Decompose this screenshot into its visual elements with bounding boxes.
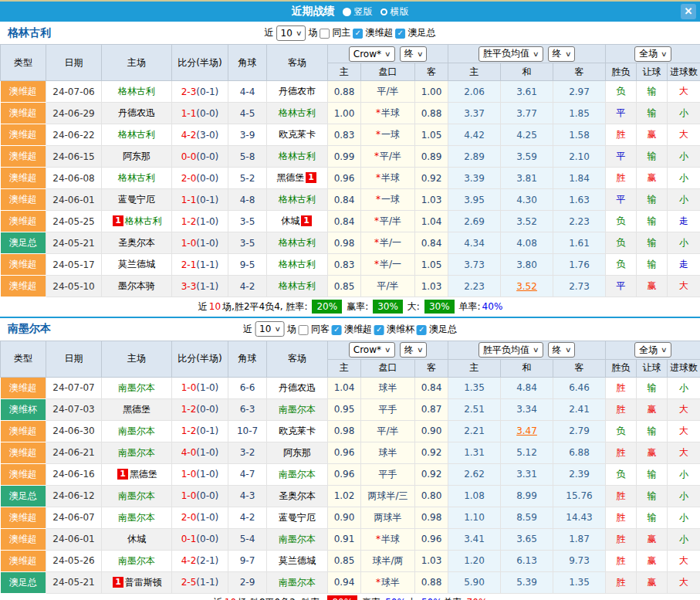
avg-away-odds: 1.63 <box>553 189 606 211</box>
match-row: 澳维超24-06-21南墨尔本4-0(1-0)3-2阿东那0.96球半0.921… <box>1 442 700 463</box>
col-handicap-home: 主 <box>328 63 361 81</box>
team-name-text: 格林古利 <box>279 259 316 269</box>
avg-home-odds: 1.08 <box>448 485 501 507</box>
home-odds: 0.95 <box>328 398 361 420</box>
match-row: 澳维超24-05-17莫兰德城2-1(1-1)9-5格林古利0.83*半/一1.… <box>1 254 700 276</box>
league-checkbox-vpl[interactable] <box>353 29 363 39</box>
avg-draw-odds: 3.31 <box>501 463 553 485</box>
avg-home-odds: 2.06 <box>448 81 501 103</box>
same-away-checkbox[interactable] <box>299 325 309 335</box>
avg-draw-highlight[interactable]: 3.47 <box>516 425 537 436</box>
match-count-select[interactable]: 10 ∨ <box>255 321 285 337</box>
handicap-line: *平/半 <box>361 146 415 168</box>
summary-text: 单率: <box>459 301 481 312</box>
result-handicap: 赢 <box>637 168 668 189</box>
away-odds: 0.88 <box>415 103 448 124</box>
halftime-score: (0-0) <box>196 173 218 184</box>
games-label: 场 <box>287 323 296 336</box>
scope-select[interactable]: 全场∨ <box>634 342 671 358</box>
star-marker: * <box>374 237 379 248</box>
avg-draw-odds: 4.25 <box>501 124 553 146</box>
close-button[interactable]: ✕ <box>681 4 696 19</box>
team-name-text: 南墨尔本 <box>279 404 316 415</box>
halftime-score: (3-0) <box>196 130 218 141</box>
result-handicap: 输 <box>637 507 668 528</box>
result-wdl: 负 <box>606 463 637 485</box>
home-team: 阿东那 <box>102 146 172 168</box>
match-date: 24-07-03 <box>46 398 102 420</box>
avg-draw-highlight[interactable]: 3.52 <box>516 281 537 292</box>
match-count-value: 10 <box>281 28 293 39</box>
team-name-text: 格林古利 <box>279 107 316 118</box>
league-badge: 澳足总 <box>1 485 46 507</box>
avg-away-odds: 2.39 <box>553 463 606 485</box>
match-date: 24-05-10 <box>46 276 102 297</box>
col-result-wdl: 胜负 <box>606 63 637 81</box>
handicap-line: 平/半 <box>361 81 415 103</box>
away-team: 格林古利 <box>267 232 328 254</box>
fulltime-score: 4-2 <box>181 555 197 566</box>
league-label-vic-cup: 澳维杯 <box>387 323 414 336</box>
handicap-text: 平手 <box>379 469 397 480</box>
handicap-line: 平手 <box>361 463 415 485</box>
league-checkbox-vpl[interactable] <box>332 325 342 335</box>
avg-draw-odds: 4.84 <box>501 377 553 398</box>
result-wdl: 平 <box>606 103 637 124</box>
result-handicap: 输 <box>637 254 668 276</box>
avg-away-odds: 14.43 <box>553 507 606 528</box>
final-select-2[interactable]: 终∨ <box>548 342 576 358</box>
result-handicap: 输 <box>637 463 668 485</box>
team-name-text: 南墨尔本 <box>118 490 155 501</box>
final-select-2[interactable]: 终∨ <box>548 46 576 62</box>
home-team: 格林古利 <box>102 124 172 146</box>
handicap-line: 两球半/三 <box>361 485 415 507</box>
final-select-1[interactable]: 终∨ <box>400 46 428 62</box>
away-odds: 0.80 <box>415 485 448 507</box>
match-row: 澳维杯24-07-03黑德堡1-2(0-0)6-3南墨尔本0.95平手0.872… <box>1 398 700 420</box>
handicap-line: 平/半 <box>361 420 415 442</box>
scope-select[interactable]: 全场∨ <box>634 46 671 62</box>
match-count-value: 10 <box>259 324 271 334</box>
corners: 4-5 <box>228 103 267 124</box>
handicap-text: 一球 <box>381 129 400 140</box>
same-home-checkbox[interactable] <box>320 29 330 39</box>
league-checkbox-vic-cup[interactable] <box>374 325 384 335</box>
col-avg-home: 主 <box>448 359 501 377</box>
avg-select[interactable]: 胜平负均值∨ <box>479 342 543 358</box>
avg-select[interactable]: 胜平负均值∨ <box>479 46 543 62</box>
result-wdl: 胜 <box>606 507 637 528</box>
avg-draw-odds: 5.39 <box>501 571 553 593</box>
avg-draw-odds: 3.77 <box>501 103 553 124</box>
fulltime-score: 0-0 <box>181 151 197 162</box>
team-name-text: 蓝曼宁厄 <box>279 512 316 523</box>
col-corner: 角球 <box>228 45 267 81</box>
away-odds: 0.92 <box>415 442 448 463</box>
result-goals: 小 <box>668 377 700 398</box>
avg-away-odds: 2.97 <box>553 81 606 103</box>
avg-draw-odds: 4.30 <box>501 189 553 211</box>
avg-home-odds: 5.90 <box>448 571 501 593</box>
league-checkbox-cup[interactable] <box>395 29 405 39</box>
chevron-down-icon: ∨ <box>565 346 572 354</box>
halftime-score: (1-0) <box>196 447 218 458</box>
league-checkbox-ffa-cup[interactable] <box>417 325 427 335</box>
match-count-select[interactable]: 10 ∨ <box>276 25 306 41</box>
score: 1-2(0-1) <box>172 420 228 442</box>
halftime-score: (0-0) <box>196 534 218 544</box>
radio-vertical-layout[interactable]: 竖版 <box>343 5 373 19</box>
fulltime-score: 1-0 <box>181 238 197 249</box>
avg-home-odds: 2.51 <box>448 398 501 420</box>
result-handicap: 输 <box>637 189 668 211</box>
match-row: 澳维超24-06-08格林古利2-0(0-0)5-2黑德堡10.96*半球0.9… <box>1 168 700 189</box>
company-select[interactable]: Crow*∨ <box>349 342 395 358</box>
summary-line: 近10场,胜8平0负2, 胜率:80%赢率:50%大:50%单率:70% <box>213 597 489 600</box>
radio-horizontal-layout[interactable]: 横版 <box>380 5 409 19</box>
col-avg-away: 客 <box>553 63 606 81</box>
fulltime-score: 3-3 <box>181 281 197 292</box>
fulltime-score: 1-1 <box>181 108 197 119</box>
result-wdl: 负 <box>606 254 637 276</box>
result-handicap: 赢 <box>637 528 668 550</box>
final-select-1[interactable]: 终∨ <box>400 342 428 358</box>
avg-away-odds: 9.73 <box>553 550 606 571</box>
company-select[interactable]: Crow*∨ <box>349 46 395 62</box>
